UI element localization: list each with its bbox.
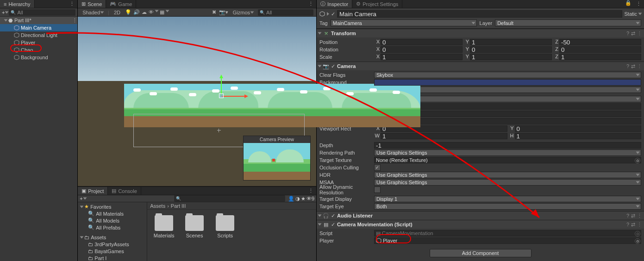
folder-scenes[interactable]: Scenes — [183, 215, 206, 238]
pos-y-input[interactable] — [470, 39, 552, 45]
folder-materials[interactable]: Materials — [153, 215, 175, 238]
hierarchy-tab[interactable]: ≡ Hierarchy — [0, 0, 35, 8]
audio-enabled-checkbox[interactable]: ✓ — [331, 213, 335, 219]
game-tab[interactable]: 🎮 Game — [106, 0, 136, 8]
clear-flags-dropdown[interactable]: Skybox — [374, 72, 641, 78]
hidden-count-icon[interactable]: 👁9 — [306, 196, 314, 201]
object-picker-icon[interactable]: ⊙ — [635, 238, 640, 244]
project-settings-tab[interactable]: ⚙ Project Settings — [352, 0, 402, 8]
breadcrumb-item[interactable]: Part III — [171, 203, 186, 209]
scene-tab[interactable]: ⊞ Scene — [78, 0, 106, 8]
dropdown-icon[interactable] — [327, 12, 329, 16]
lighting-icon[interactable]: 💡 — [125, 9, 131, 15]
rot-z-input[interactable] — [559, 46, 641, 53]
help-icon[interactable]: ? — [626, 213, 629, 219]
target-texture-field[interactable]: None (Render Texture)⊙ — [374, 157, 641, 163]
fav-search[interactable]: 🔍All Models — [78, 217, 147, 224]
kebab-icon[interactable]: ⋮ — [637, 63, 642, 69]
hierarchy-menu-icon[interactable]: ⋮ — [67, 0, 77, 8]
occlusion-checkbox[interactable]: ✓ — [374, 164, 381, 171]
scl-x-input[interactable] — [381, 54, 463, 60]
audio-listener-header[interactable]: 🎧 ✓ Audio Listener ?⇄⋮ — [317, 211, 644, 220]
dropdown-icon[interactable] — [5, 11, 9, 13]
project-add-button[interactable]: + — [80, 196, 82, 201]
dropdown-icon[interactable] — [83, 198, 87, 200]
camera-component-header[interactable]: 📷 ✓ Camera ?⇄⋮ — [317, 62, 644, 70]
camera-enabled-checkbox[interactable]: ✓ — [331, 63, 335, 69]
move-gizmo-center[interactable] — [219, 93, 224, 98]
project-menu-icon[interactable]: ⋮ — [306, 187, 316, 195]
help-icon[interactable]: ? — [626, 31, 629, 37]
move-gizmo-y[interactable] — [221, 75, 222, 96]
project-search-input[interactable]: 🔍 — [174, 195, 285, 202]
vp-y-input[interactable] — [515, 125, 642, 132]
inspector-menu-icon[interactable]: ⋮ — [633, 0, 644, 8]
scene-menu-icon[interactable]: ⋮ — [72, 18, 77, 24]
foldout-icon[interactable] — [318, 215, 322, 217]
target-eye-dropdown[interactable]: Both — [374, 203, 641, 210]
hierarchy-add-button[interactable]: + — [2, 10, 5, 15]
preset-icon[interactable]: ⇄ — [631, 63, 635, 69]
layer-dropdown[interactable]: Default — [495, 19, 641, 26]
folder-scripts[interactable]: Scripts — [214, 215, 236, 238]
foldout-icon[interactable] — [318, 224, 322, 226]
rot-x-input[interactable] — [381, 46, 463, 53]
pos-x-input[interactable] — [381, 39, 463, 45]
foldout-icon[interactable] — [4, 19, 8, 22]
gizmos-dropdown[interactable]: Gizmos — [231, 10, 255, 15]
hierarchy-search-input[interactable]: 🔍 All — [9, 9, 75, 16]
scene-search-input[interactable]: 🔍 All — [258, 9, 313, 16]
fx-dropdown-icon[interactable] — [155, 10, 159, 12]
object-picker-icon[interactable]: ⊙ — [635, 231, 640, 236]
move-gizmo-x[interactable] — [221, 96, 247, 97]
active-checkbox[interactable]: ✓ — [331, 11, 335, 17]
foldout-icon[interactable] — [318, 32, 322, 35]
inspector-tab[interactable]: ⓘ Inspector — [317, 0, 352, 8]
help-icon[interactable]: ? — [626, 63, 629, 69]
msaa-dropdown[interactable]: Use Graphics Settings — [374, 179, 641, 186]
kebab-icon[interactable]: ⋮ — [637, 213, 642, 219]
filter-icon[interactable]: ◑ — [295, 196, 300, 202]
static-dropdown-icon[interactable] — [638, 13, 642, 15]
gameobject-name-input[interactable] — [337, 10, 622, 18]
pos-z-input[interactable] — [559, 39, 641, 45]
assets-row[interactable]: 🗀Assets — [78, 234, 147, 241]
breadcrumb[interactable]: Assets › Part III — [147, 202, 316, 210]
scene-view[interactable]: Camera Preview — [78, 17, 316, 186]
favorite-icon[interactable]: ★ — [301, 196, 306, 202]
mode-2d-toggle[interactable]: 2D — [112, 10, 122, 15]
hierarchy-item-main-camera[interactable]: Main Camera — [0, 24, 77, 31]
hidden-icon[interactable]: 👁 — [149, 9, 154, 15]
help-icon[interactable]: ? — [626, 222, 629, 228]
preset-icon[interactable]: ⇄ — [631, 31, 635, 37]
object-picker-icon[interactable]: ⊙ — [635, 158, 640, 163]
audio-icon[interactable]: 🔊 — [133, 9, 140, 15]
scene-menu-icon[interactable]: ⋮ — [306, 0, 316, 8]
preset-icon[interactable]: ⇄ — [631, 213, 635, 219]
lock-icon[interactable]: 🔒 — [623, 0, 633, 8]
add-component-button[interactable]: Add Component — [430, 249, 531, 257]
transform-header[interactable]: ⤧ Transform ?⇄⋮ — [317, 29, 644, 37]
hierarchy-item-background[interactable]: Background — [0, 54, 77, 61]
hierarchy-item-chao[interactable]: Chao — [0, 46, 77, 54]
kebab-icon[interactable]: ⋮ — [637, 31, 642, 37]
rendering-path-dropdown[interactable]: Use Graphics Settings — [374, 149, 641, 156]
filter-icon[interactable]: 👤 — [288, 196, 294, 202]
fav-search[interactable]: 🔍All Prefabs — [78, 224, 147, 231]
grid-icon[interactable]: ▦ — [160, 9, 164, 15]
console-tab[interactable]: ▤ Console — [108, 187, 141, 195]
fx-icon[interactable]: ☁ — [142, 9, 147, 15]
vp-h-input[interactable] — [515, 133, 642, 139]
vp-w-input[interactable] — [381, 133, 507, 139]
tag-dropdown[interactable]: MainCamera — [331, 19, 477, 26]
rot-y-input[interactable] — [470, 46, 552, 53]
favorites-row[interactable]: ★Favorites — [78, 203, 147, 210]
breadcrumb-item[interactable]: Assets — [150, 203, 165, 209]
asset-folder[interactable]: 🗀3rdPartyAssets — [78, 241, 147, 248]
foldout-icon[interactable] — [318, 65, 322, 68]
scene-row[interactable]: ⬣ Part III* ⋮ — [0, 17, 77, 24]
dynamic-resolution-checkbox[interactable] — [374, 186, 381, 193]
tools-icon[interactable]: ✖ — [212, 9, 216, 15]
depth-input[interactable] — [374, 142, 641, 149]
shading-dropdown[interactable]: Shaded — [81, 10, 105, 15]
